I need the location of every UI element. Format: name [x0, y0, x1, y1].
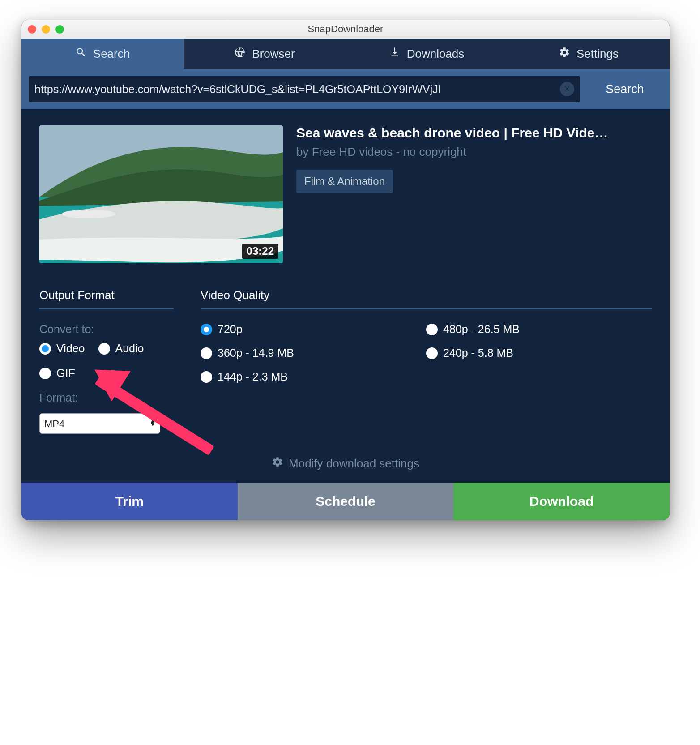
radio-audio-label: Audio: [115, 342, 144, 355]
video-duration: 03:22: [242, 244, 278, 259]
quality-720p[interactable]: 720p: [201, 323, 426, 336]
tab-downloads[interactable]: Downloads: [346, 39, 508, 69]
search-icon: [75, 47, 87, 61]
clear-url-button[interactable]: [560, 82, 574, 96]
thumbnail-image: [39, 125, 283, 263]
bottom-actions: Trim Schedule Download: [21, 483, 670, 520]
radio-icon: [201, 324, 212, 335]
quality-480p[interactable]: 480p - 26.5 MB: [426, 323, 652, 336]
download-icon: [389, 47, 401, 61]
tab-search-label: Search: [93, 47, 130, 61]
radio-gif[interactable]: GIF: [39, 367, 75, 380]
close-icon: [563, 85, 571, 94]
radio-icon: [39, 343, 51, 355]
video-meta: Sea waves & beach drone video | Free HD …: [296, 125, 652, 263]
video-quality-section: Video Quality 720p 480p - 26.5 MB 360p -…: [201, 288, 652, 434]
video-author: by Free HD videos - no copyright: [296, 145, 652, 159]
quality-label: 360p - 14.9 MB: [218, 347, 294, 360]
gear-icon: [559, 47, 570, 61]
url-bar: Search: [21, 69, 670, 109]
video-quality-heading: Video Quality: [201, 288, 652, 309]
svg-point-2: [62, 210, 115, 218]
tab-browser[interactable]: Browser: [184, 39, 346, 69]
radio-audio[interactable]: Audio: [98, 342, 144, 355]
globe-icon: [234, 47, 246, 61]
quality-label: 720p: [218, 323, 243, 336]
modify-settings-label: Modify download settings: [289, 457, 419, 471]
radio-video[interactable]: Video: [39, 342, 85, 355]
top-tabs: Search Browser Downloads Settings: [21, 39, 670, 69]
schedule-button[interactable]: Schedule: [238, 483, 454, 520]
modify-settings-row: Modify download settings: [39, 434, 652, 483]
format-select[interactable]: MP4: [39, 413, 160, 434]
quality-label: 240p - 5.8 MB: [443, 347, 513, 360]
format-label: Format:: [39, 391, 174, 404]
radio-icon: [426, 324, 438, 335]
video-thumbnail[interactable]: 03:22: [39, 125, 283, 263]
quality-label: 480p - 26.5 MB: [443, 323, 520, 336]
radio-icon: [426, 347, 438, 359]
radio-gif-label: GIF: [56, 367, 75, 380]
author-prefix: by: [296, 145, 312, 158]
tab-settings-label: Settings: [576, 47, 619, 61]
app-window: SnapDownloader Search Browser Downloads: [21, 20, 670, 520]
video-title: Sea waves & beach drone video | Free HD …: [296, 125, 652, 141]
tab-search[interactable]: Search: [21, 39, 184, 69]
quality-360p[interactable]: 360p - 14.9 MB: [201, 347, 426, 360]
convert-to-label: Convert to:: [39, 323, 174, 336]
url-input-wrap: [29, 76, 580, 102]
video-category-badge[interactable]: Film & Animation: [296, 170, 393, 193]
gear-icon: [272, 456, 283, 471]
quality-grid: 720p 480p - 26.5 MB 360p - 14.9 MB 240p …: [201, 323, 652, 383]
tab-settings[interactable]: Settings: [508, 39, 670, 69]
tab-downloads-label: Downloads: [407, 47, 465, 61]
radio-icon: [98, 343, 110, 355]
video-info: 03:22 Sea waves & beach drone video | Fr…: [39, 125, 652, 263]
window-title: SnapDownloader: [21, 23, 670, 35]
radio-icon: [201, 371, 212, 383]
output-format-section: Output Format Convert to: Video Audio GI…: [39, 288, 174, 434]
modify-download-settings-link[interactable]: Modify download settings: [272, 456, 419, 471]
author-name: Free HD videos - no copyright: [312, 145, 466, 158]
radio-video-label: Video: [56, 342, 85, 355]
url-input[interactable]: [34, 83, 560, 96]
trim-button[interactable]: Trim: [21, 483, 238, 520]
radio-icon: [39, 368, 51, 379]
quality-label: 144p - 2.3 MB: [218, 370, 288, 383]
quality-144p[interactable]: 144p - 2.3 MB: [201, 370, 426, 383]
download-button[interactable]: Download: [453, 483, 670, 520]
search-button[interactable]: Search: [580, 76, 670, 102]
quality-240p[interactable]: 240p - 5.8 MB: [426, 347, 652, 360]
tab-browser-label: Browser: [252, 47, 295, 61]
titlebar: SnapDownloader: [21, 20, 670, 39]
radio-icon: [201, 347, 212, 359]
content-area: 03:22 Sea waves & beach drone video | Fr…: [21, 109, 670, 483]
options-row: Output Format Convert to: Video Audio GI…: [39, 288, 652, 434]
output-format-heading: Output Format: [39, 288, 174, 309]
